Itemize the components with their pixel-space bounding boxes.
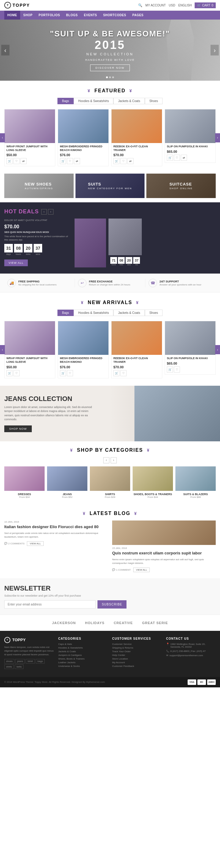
- cat-item-dresses[interactable]: DRESSES From $34: [4, 466, 44, 498]
- na-products-prev-button[interactable]: ‹: [0, 345, 5, 354]
- footer-link-underwear[interactable]: Underwear & Socks: [58, 665, 108, 668]
- add-to-cart-btn-3[interactable]: 🛒: [113, 158, 120, 164]
- cat-item-shoes[interactable]: SHOES, BOOTS & TRAINERS From $44: [133, 466, 173, 498]
- cat-next-button[interactable]: ›: [111, 457, 117, 463]
- add-to-cart-btn-4[interactable]: 🛒: [167, 155, 173, 161]
- product-card-3: REEBOK EX-O-FIT CLEAN TRAINER $70.00 🛒 ♡…: [111, 109, 162, 166]
- nav-item-shop[interactable]: SHOP: [20, 11, 35, 20]
- hot-deals-next[interactable]: ›: [48, 209, 54, 215]
- jeans-shop-now-button[interactable]: SHOP NOW: [4, 426, 32, 432]
- hero-dot-1[interactable]: [106, 76, 108, 78]
- footer-service-link-0[interactable]: Customer Service: [112, 643, 162, 646]
- add-to-cart-btn-2[interactable]: 🛒: [60, 158, 66, 164]
- newsletter-subscribe-button[interactable]: SUBSCRIBE: [97, 600, 126, 609]
- na-add-to-cart-btn-4[interactable]: 🛒: [167, 367, 173, 373]
- nav-item-portfolios[interactable]: PORTFOLIOS: [35, 11, 63, 20]
- hero-next-button[interactable]: ›: [211, 45, 219, 56]
- footer-grid: T TOPPY Nam libero tempore, cum soluta n…: [4, 637, 216, 671]
- language-selector[interactable]: ENGLISH: [178, 4, 192, 7]
- cat-item-jeans[interactable]: JEANS From $52: [47, 466, 87, 498]
- cat-item-shirts[interactable]: SHIRTS From $28: [90, 466, 130, 498]
- na-add-to-cart-btn-1[interactable]: 🛒: [6, 370, 12, 376]
- footer-service-link-5[interactable]: My Account: [112, 661, 162, 664]
- footer-service-link-3[interactable]: Help Center: [112, 654, 162, 656]
- filter-tab-hoodies[interactable]: Hoodies & Sweatshirts: [74, 98, 114, 104]
- footer-service-link-2[interactable]: Track Your Order: [112, 650, 162, 653]
- footer-link-caps[interactable]: Caps & Hats: [58, 643, 108, 646]
- na-wishlist-btn-1[interactable]: ♡: [13, 370, 20, 376]
- filter-tab-shoes[interactable]: Shoes: [145, 98, 162, 104]
- footer-service-link-6[interactable]: Customer Feedback: [112, 665, 162, 668]
- footer-tag-jeans[interactable]: jeans: [15, 659, 25, 663]
- nav-item-pages[interactable]: PAGES: [129, 11, 147, 20]
- hero-cta-button[interactable]: DISCOVER NOW: [90, 64, 130, 71]
- hero-subtitle: NEW COLLECTION: [50, 52, 170, 56]
- new-arrivals-title: NEW ARRIVALS: [4, 300, 216, 305]
- filter-tab-jackets[interactable]: Jackets & Coats: [113, 98, 145, 104]
- blog-view-all-1[interactable]: VIEW ALL: [27, 541, 43, 546]
- cat-banner-suitcase[interactable]: SUITCASE Shop online: [146, 174, 216, 198]
- products-prev-button[interactable]: ‹: [0, 133, 5, 143]
- cat-prev-button[interactable]: ‹: [103, 457, 109, 463]
- copyright-text: © 2016 WordPress Theme: Toppy Store. All…: [4, 681, 105, 683]
- my-account-link[interactable]: MY ACCOUNT: [146, 4, 166, 7]
- footer-tag-bags[interactable]: bags: [36, 659, 44, 663]
- newsletter-email-input[interactable]: [4, 600, 96, 609]
- blog-title-2[interactable]: Quis nostrum exercit ullam corporis supi…: [112, 551, 216, 556]
- hot-deals-nav: ‹ ›: [41, 209, 54, 215]
- nav-item-events[interactable]: EVENTS: [81, 11, 100, 20]
- categories-section: SHOP BY CATEGORIES ‹ › DRESSES From $34 …: [0, 441, 220, 505]
- wishlist-btn-4[interactable]: ♡: [174, 155, 180, 161]
- footer-contact-email[interactable]: ✉ support@premiumthemen.com: [166, 654, 216, 657]
- add-to-cart-btn-1[interactable]: 🛒: [6, 158, 12, 164]
- blog-view-all-2[interactable]: VIEW ALL: [133, 567, 150, 572]
- wishlist-btn-1[interactable]: ♡: [13, 158, 20, 164]
- footer-link-shoes[interactable]: Shoes, Boots & Trainers: [58, 657, 108, 660]
- footer-tag-tshirt[interactable]: tshirt: [26, 659, 34, 663]
- compare-btn-1[interactable]: ⇄: [21, 158, 27, 164]
- footer-link-jumpers[interactable]: Jumpers & Cardigans: [58, 654, 108, 656]
- logo[interactable]: T TOPPY: [4, 2, 30, 8]
- hero-prev-button[interactable]: ‹: [1, 45, 9, 56]
- footer-link-hoodies[interactable]: Hoodies & Sweatshirts: [58, 646, 108, 649]
- na-filter-tab-jackets[interactable]: Jackets & Coats: [113, 310, 145, 316]
- blog-title-1[interactable]: Italian fashion designer Elio Fiorucci d…: [4, 524, 108, 530]
- hot-deals-view-all-button[interactable]: VIEW ALL: [4, 259, 28, 266]
- compare-btn-3[interactable]: ⇄: [127, 158, 133, 164]
- filter-tab-bags[interactable]: Bags: [58, 98, 74, 104]
- na-filter-tab-bags[interactable]: Bags: [58, 310, 74, 316]
- na-wishlist-btn-4[interactable]: ♡: [174, 367, 180, 373]
- footer-service-link-4[interactable]: Store Location: [112, 657, 162, 660]
- footer-tag-shirts[interactable]: shirts: [4, 664, 14, 669]
- footer-tag-belts[interactable]: belts: [15, 664, 24, 669]
- hero-dot-2[interactable]: [109, 76, 111, 78]
- products-next-button[interactable]: ›: [215, 133, 220, 143]
- wishlist-btn-2[interactable]: ♡: [67, 158, 73, 164]
- search-icon[interactable]: 🔍: [138, 3, 143, 7]
- nav-item-home[interactable]: HOME: [4, 11, 20, 20]
- na-product-image-3: [112, 321, 162, 355]
- wishlist-btn-3[interactable]: ♡: [120, 158, 126, 164]
- na-filter-tab-hoodies[interactable]: Hoodies & Sweatshirts: [74, 310, 114, 316]
- currency-selector[interactable]: USD: [169, 4, 175, 7]
- na-products-next-button[interactable]: ›: [215, 345, 220, 354]
- footer-link-jackets[interactable]: Jackets & Coats: [58, 650, 108, 653]
- na-wishlist-btn-2[interactable]: ♡: [67, 370, 73, 376]
- cat-banner-suits[interactable]: SUITS New category for men: [75, 174, 145, 198]
- cart-button[interactable]: 🛒 CART 0: [195, 2, 216, 8]
- compare-btn-2[interactable]: ⇄: [74, 158, 80, 164]
- nav-item-blogs[interactable]: BLOGS: [63, 11, 81, 20]
- footer-link-leather[interactable]: Leather Jackets: [58, 661, 108, 664]
- nav-item-shortcodes[interactable]: SHORTCODES: [100, 11, 129, 20]
- compare-btn-4[interactable]: ⇄: [181, 155, 187, 161]
- cat-banner-shoes[interactable]: NEW SHOES Autumn/Spring: [4, 174, 74, 198]
- na-add-to-cart-btn-3[interactable]: 🛒: [113, 370, 120, 376]
- hero-dot-3[interactable]: [112, 76, 114, 78]
- cat-item-suits[interactable]: SUITS & BLAZERS From $88: [176, 466, 216, 498]
- na-filter-tab-shoes[interactable]: Shoes: [145, 310, 162, 316]
- na-wishlist-btn-3[interactable]: ♡: [120, 370, 126, 376]
- hot-deals-prev[interactable]: ‹: [41, 209, 47, 215]
- footer-tag-shoes[interactable]: shoes: [4, 659, 14, 663]
- na-add-to-cart-btn-2[interactable]: 🛒: [60, 370, 66, 376]
- footer-service-link-1[interactable]: Shipping & Returns: [112, 646, 162, 649]
